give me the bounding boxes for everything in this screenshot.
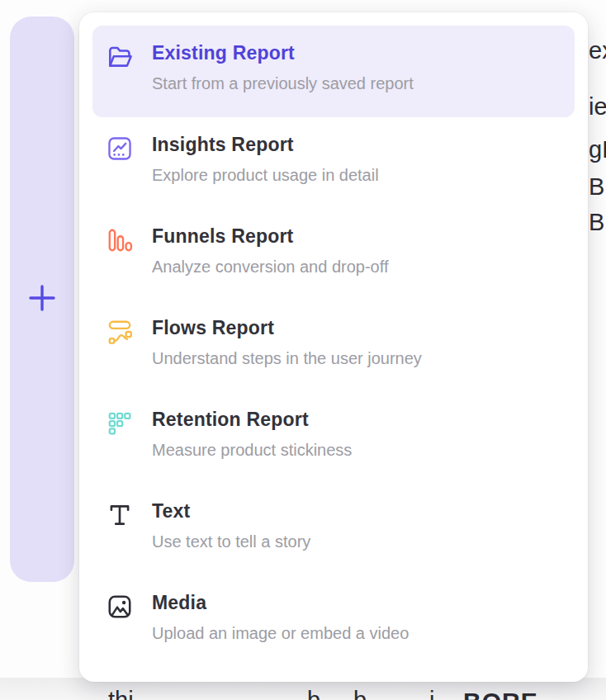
flows-icon	[106, 318, 134, 346]
plus-icon	[27, 283, 57, 316]
menu-item-label: Media	[152, 592, 409, 615]
background-fragment: ex	[589, 38, 606, 64]
background-fragment: b	[353, 688, 367, 700]
background-fragment: ie	[589, 94, 606, 121]
menu-item-description: Explore product usage in detail	[152, 165, 379, 185]
text-icon	[106, 501, 134, 529]
media-image-icon	[106, 593, 134, 621]
line-chart-icon	[106, 135, 134, 163]
menu-item-funnels-report[interactable]: Funnels Report Analyze conversion and dr…	[92, 209, 575, 300]
menu-item-label: Funnels Report	[152, 225, 388, 248]
background-fragment: gE	[589, 137, 606, 163]
menu-item-label: Retention Report	[152, 409, 352, 432]
background-fragment: i.	[429, 688, 442, 700]
menu-item-existing-report[interactable]: Existing Report Start from a previously …	[92, 26, 575, 117]
funnel-bars-icon	[106, 226, 134, 254]
menu-item-label: Insights Report	[152, 134, 379, 157]
menu-item-description: Understand steps in the user journey	[152, 348, 422, 368]
retention-grid-icon	[106, 409, 134, 438]
menu-item-description: Upload an image or embed a video	[152, 623, 409, 643]
menu-item-label: Text	[152, 500, 310, 523]
menu-item-media[interactable]: Media Upload an image or embed a video	[92, 575, 575, 667]
add-report-menu: Existing Report Start from a previously …	[79, 12, 588, 682]
background-fragment: B	[589, 210, 604, 236]
folder-open-icon	[106, 43, 134, 71]
menu-item-description: Use text to tell a story	[152, 532, 310, 551]
add-content-button[interactable]	[10, 17, 74, 582]
menu-item-description: Start from a previously saved report	[152, 73, 414, 93]
menu-item-text[interactable]: Text Use text to tell a story	[92, 484, 575, 575]
background-fragment: BORE	[463, 688, 538, 700]
menu-item-label: Existing Report	[152, 42, 414, 65]
menu-item-description: Measure product stickiness	[152, 440, 352, 460]
background-fragment: b	[307, 688, 320, 700]
menu-item-insights-report[interactable]: Insights Report Explore product usage in…	[92, 117, 575, 209]
background-fragment: thi	[108, 688, 134, 700]
menu-item-retention-report[interactable]: Retention Report Measure product stickin…	[92, 392, 575, 484]
background-fragment: B	[589, 174, 604, 201]
menu-item-description: Analyze conversion and drop-off	[152, 257, 388, 277]
menu-item-label: Flows Report	[152, 317, 422, 340]
menu-item-flows-report[interactable]: Flows Report Understand steps in the use…	[92, 300, 575, 392]
